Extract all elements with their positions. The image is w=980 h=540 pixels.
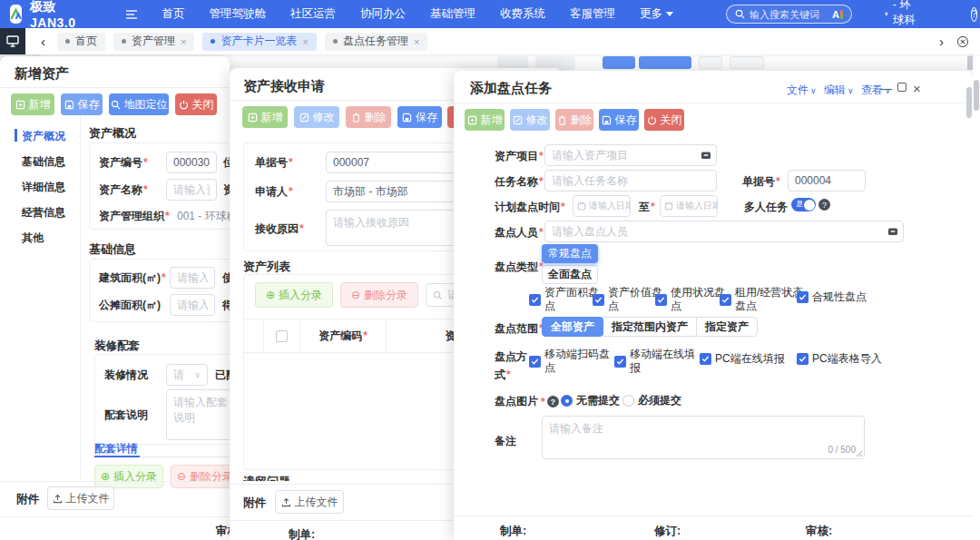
range-all-button[interactable]: 全部资产	[542, 317, 603, 337]
save-button[interactable]: 保存	[61, 93, 103, 115]
anchor-overview[interactable]: 资产概况	[22, 129, 65, 144]
map-locate-button[interactable]: 地图定位	[109, 93, 169, 115]
nav-item-service[interactable]: 客服管理	[570, 6, 615, 22]
insert-entry-button[interactable]: ⊕插入分录	[94, 465, 163, 488]
tabs-scroll-right-icon[interactable]: ›	[939, 34, 944, 49]
nav-item-billing[interactable]: 收费系统	[500, 6, 545, 22]
archive-icon[interactable]	[701, 150, 711, 161]
upload-file-button[interactable]: 上传文件	[275, 490, 344, 514]
build-area-input[interactable]	[170, 267, 215, 289]
help-question-icon[interactable]: ?	[547, 396, 559, 407]
nav-item-community[interactable]: 社区运营	[290, 6, 336, 22]
range-segmented: 全部资产 指定范围内资产 指定资产	[542, 317, 758, 337]
deco-select[interactable]: 请∨	[166, 364, 208, 386]
shared-area-input[interactable]	[170, 294, 215, 316]
multi-task-toggle[interactable]: 是	[791, 198, 816, 211]
check-lease[interactable]: 租用/经营状态盘点	[720, 286, 808, 313]
anchor-detail[interactable]: 详细信息	[22, 180, 65, 195]
add-button[interactable]: 新增	[11, 93, 54, 115]
archive-icon[interactable]	[887, 226, 898, 237]
range-scope-button[interactable]: 指定范围内资产	[603, 317, 697, 337]
check-usage[interactable]: 使用状况盘点	[655, 286, 729, 313]
save-button[interactable]: 保存	[397, 106, 442, 128]
help-question-icon[interactable]: ?	[818, 199, 830, 211]
asset-code-input[interactable]	[166, 152, 217, 173]
add-button[interactable]: 新增	[242, 106, 288, 128]
nav-item-basic[interactable]: 基础管理	[430, 6, 475, 22]
close-button[interactable]: 关闭	[175, 93, 217, 115]
close-window-icon[interactable]: ×	[913, 82, 921, 95]
task-name-input[interactable]	[544, 170, 717, 191]
add-button[interactable]: 新增	[465, 109, 505, 131]
nav-item-dashboard[interactable]: 管理驾驶舱	[209, 6, 266, 22]
ai-badge[interactable]: A	[832, 9, 843, 20]
workspace-icon[interactable]	[0, 28, 25, 54]
method-pc-import[interactable]: PC端表格导入	[797, 352, 882, 366]
close-all-tabs-icon[interactable]	[956, 35, 969, 48]
anchor-other[interactable]: 其他	[22, 231, 44, 246]
inventory-staff-input[interactable]	[544, 221, 904, 242]
delete-entry-button[interactable]: ⊖删除分录	[171, 465, 230, 488]
menu-file[interactable]: 文件∨	[787, 83, 817, 98]
asset-name-input[interactable]	[166, 179, 217, 201]
anchor-basic[interactable]: 基础信息	[22, 154, 65, 170]
remark-textarea[interactable]	[542, 416, 865, 459]
nav-item-home[interactable]: 首页	[162, 6, 184, 22]
power-icon	[179, 100, 189, 110]
panel-scrollbar-thumb[interactable]	[966, 87, 972, 118]
plan-end-date-input[interactable]: 请输入日期	[660, 195, 718, 217]
radio-photo-required[interactable]: 必须提交	[622, 394, 681, 407]
anchor-business[interactable]: 经营信息	[22, 205, 65, 221]
tab-close-icon[interactable]: ×	[302, 36, 308, 47]
select-all-checkbox[interactable]	[264, 319, 300, 352]
tab-home[interactable]: 首页	[57, 33, 105, 51]
plan-start-date-input[interactable]: 请输入日期	[573, 195, 631, 217]
type-regular-button[interactable]: 常规盘点	[542, 244, 598, 263]
edit-icon	[513, 115, 523, 125]
method-mobile-online[interactable]: 移动端在线填报	[614, 348, 699, 375]
use-area-label: 使用面	[222, 270, 230, 286]
save-button[interactable]: 保存	[599, 109, 639, 131]
tab-close-icon[interactable]: ×	[181, 36, 186, 47]
doc-no-input[interactable]	[788, 170, 866, 191]
delete-button[interactable]: 删除	[555, 109, 593, 131]
close-button[interactable]: 关闭	[644, 109, 684, 131]
tab-close-icon[interactable]: ×	[414, 36, 419, 47]
tab-asset-mgmt[interactable]: 资产管理×	[113, 33, 194, 51]
radio-photo-optional[interactable]: 无需提交	[561, 394, 620, 407]
edit-button[interactable]: 修改	[510, 109, 550, 131]
search-input[interactable]	[750, 9, 828, 20]
nav-item-more[interactable]: 更多	[640, 6, 673, 22]
tabs: 首页 资产管理× 资产卡片一览表× 盘点任务管理×	[57, 33, 939, 51]
org-selector[interactable]: 001 - 环球科技	[885, 0, 918, 44]
maximize-icon[interactable]	[897, 83, 906, 92]
help-icon[interactable]: ?	[971, 7, 978, 22]
check-area[interactable]: 资产面积盘点	[529, 286, 603, 313]
upload-file-button[interactable]: 上传文件	[47, 486, 114, 510]
edit-button[interactable]: 修改	[294, 106, 339, 128]
global-search[interactable]: A	[726, 5, 852, 24]
tab-inventory-task[interactable]: 盘点任务管理×	[325, 33, 427, 51]
method-pc-online[interactable]: PC端在线填报	[700, 352, 785, 366]
deco-note-textarea[interactable]	[166, 389, 230, 440]
minimize-icon[interactable]: —	[880, 83, 892, 94]
field-location-label: 位置	[223, 155, 230, 171]
tab-asset-card-list[interactable]: 资产卡片一览表×	[202, 33, 316, 51]
deco2-label: 已配	[215, 368, 230, 383]
nav-item-office[interactable]: 协同办公	[360, 6, 406, 22]
method-mobile-scan[interactable]: 移动端扫码盘点	[529, 348, 613, 375]
type-full-button[interactable]: 全面盘点	[542, 265, 598, 284]
asset-project-input[interactable]	[544, 144, 717, 166]
basic-box: 建筑面积(㎡)* 使用面 公摊面积(㎡) 得房率	[89, 259, 230, 322]
check-compliance[interactable]: 合规性盘点	[797, 290, 867, 304]
tab-deco-detail[interactable]: 配套详情	[94, 441, 138, 457]
resize-handle-icon[interactable]	[856, 450, 863, 457]
range-specified-button[interactable]: 指定资产	[696, 317, 758, 337]
delete-button[interactable]: 删除	[346, 106, 391, 128]
menu-edit[interactable]: 编辑∨	[824, 83, 854, 98]
delete-entry-button[interactable]: ⊖删除分录	[340, 282, 418, 308]
page-scrollbar-thumb[interactable]	[974, 80, 979, 111]
menu-icon[interactable]	[125, 9, 138, 20]
insert-entry-button[interactable]: ⊕插入分录	[255, 282, 333, 308]
tabs-scroll-left-icon[interactable]: ‹	[41, 34, 45, 48]
